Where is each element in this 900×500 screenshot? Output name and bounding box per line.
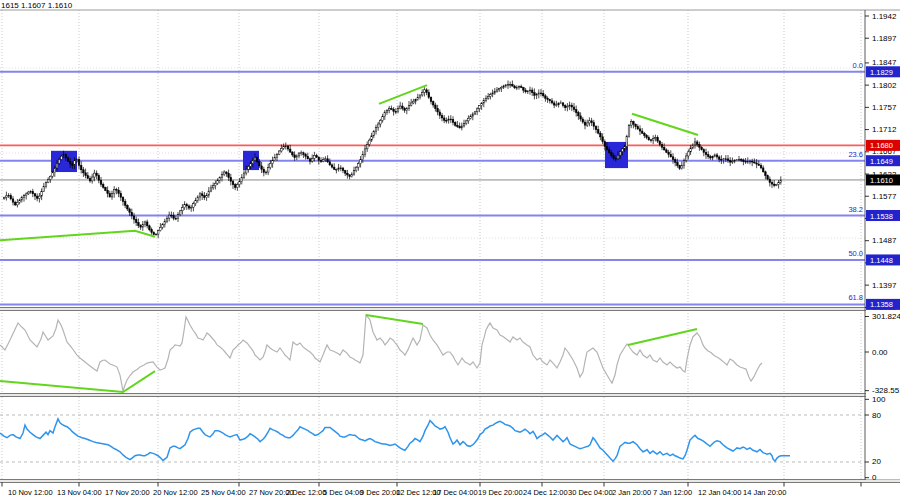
time-axis-label: 7 Jan 12:00 [653, 488, 692, 497]
time-axis-label: 30 Dec 04:00 [568, 488, 613, 497]
price-badge-label: 1.1358 [870, 300, 893, 309]
price-axis-label: 1.1712 [872, 125, 897, 134]
oscillator-axis-label: -328.551 [872, 386, 900, 395]
oscillator-axis-label: 0.00 [872, 348, 888, 357]
price-axis-label: 1.1942 [872, 12, 897, 21]
ohlc-readout: 1615 1.1607 1.1610 [1, 1, 72, 10]
price-badge-label: 1.1448 [870, 256, 893, 265]
price-badge-label: 1.1538 [870, 212, 893, 221]
time-axis-label: 12 Jan 04:00 [698, 488, 741, 497]
fib-percent-label: 23.6 [848, 150, 863, 159]
trading-chart-window: 1.19421.18971.18471.18021.17571.17121.16… [0, 0, 900, 500]
rsi-axis-label: 80 [872, 411, 881, 420]
price-axis-label: 1.1397 [872, 281, 897, 290]
fib-percent-label: 38.2 [848, 205, 863, 214]
oscillator-axis-label: 301.8242 [872, 312, 900, 321]
price-badge-label: 1.1649 [870, 157, 893, 166]
fib-percent-label: 50.0 [848, 249, 863, 258]
fib-percent-label: 0.0 [853, 61, 863, 70]
rsi-axis-label: 100 [872, 395, 886, 404]
time-axis-label: 2 Jan 20:00 [612, 488, 651, 497]
price-badge-label: 1.1680 [870, 141, 893, 150]
price-axis-label: 1.1897 [872, 34, 897, 43]
time-axis-label: 17 Dec 04:00 [433, 488, 478, 497]
rsi-axis-label: 0 [872, 473, 877, 482]
time-axis-label: 24 Dec 12:00 [523, 488, 568, 497]
price-axis-label: 1.1487 [872, 236, 897, 245]
price-axis-label: 1.1847 [872, 58, 897, 67]
time-axis-label: 19 Dec 20:00 [478, 488, 523, 497]
price-axis-label: 1.1757 [872, 103, 897, 112]
fib-percent-label: 61.8 [848, 293, 863, 302]
time-axis-label: 20 Nov 12:00 [153, 488, 198, 497]
time-axis-label: 17 Nov 20:00 [105, 488, 150, 497]
price-axis-label: 1.1577 [872, 192, 897, 201]
time-axis-label: 9 Dec 20:00 [360, 488, 400, 497]
rsi-axis-label: 20 [872, 457, 881, 466]
price-badge-label: 1.1829 [870, 68, 893, 77]
time-axis-label: 10 Nov 12:00 [8, 488, 53, 497]
chart-canvas[interactable]: 1.19421.18971.18471.18021.17571.17121.16… [0, 0, 900, 500]
time-axis-label: 14 Jan 20:00 [743, 488, 786, 497]
time-axis-label: 25 Nov 04:00 [201, 488, 246, 497]
time-axis-label: 2 Dec 12:00 [286, 488, 326, 497]
chart-background [0, 0, 900, 500]
price-badge-label: 1.1610 [870, 176, 893, 185]
time-axis-label: 5 Dec 04:00 [323, 488, 363, 497]
time-axis-label: 13 Nov 04:00 [57, 488, 102, 497]
price-axis-label: 1.1802 [872, 81, 897, 90]
